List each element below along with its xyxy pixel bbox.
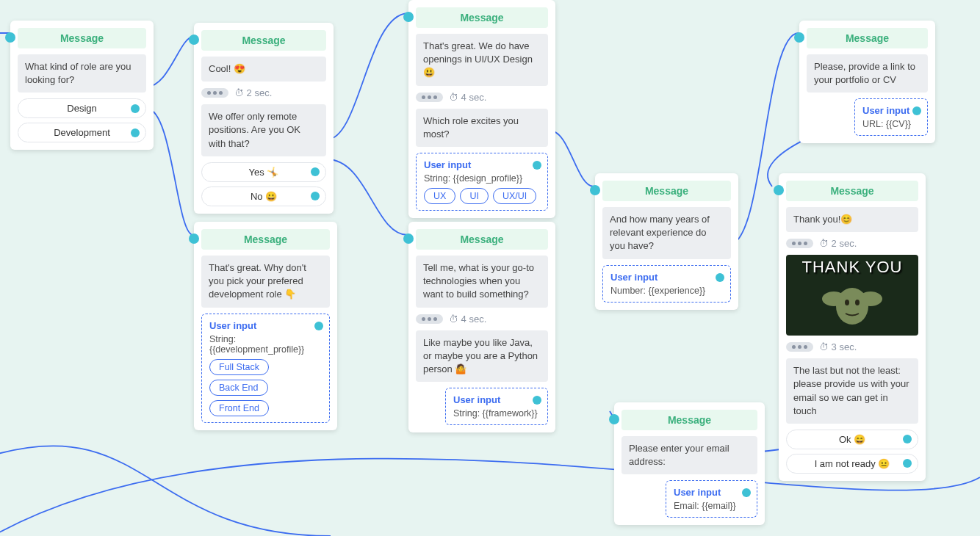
chip-frontend[interactable]: Front End bbox=[209, 400, 269, 416]
message-text: Which role excites you most? bbox=[416, 109, 548, 147]
input-port[interactable] bbox=[590, 185, 600, 195]
option-no[interactable]: No 😀 bbox=[201, 186, 326, 206]
node-design-openings[interactable]: Message That's great. We do have opening… bbox=[408, 0, 555, 218]
message-text: We offer only remote positions. Are you … bbox=[201, 104, 326, 156]
output-port[interactable] bbox=[131, 104, 140, 113]
user-input-block[interactable]: User input String: {{framework}} bbox=[445, 388, 548, 425]
message-text: Cool! 😍 bbox=[201, 57, 326, 82]
node-title: Message bbox=[201, 30, 326, 51]
message-text: Please, provide a link to your portfolio… bbox=[807, 54, 928, 93]
output-port[interactable] bbox=[311, 167, 320, 176]
thank-you-image: THANK YOU bbox=[786, 255, 918, 336]
delay-row: ⏱ 4 sec. bbox=[416, 92, 548, 103]
node-tech-stack[interactable]: Message Tell me, what is your go-to tech… bbox=[408, 222, 555, 432]
input-port[interactable] bbox=[794, 32, 804, 43]
message-text: Tell me, what is your go-to technologies… bbox=[416, 256, 548, 308]
delay-row: ⏱ 2 sec. bbox=[201, 87, 326, 98]
node-portfolio[interactable]: Message Please, provide a link to your p… bbox=[799, 21, 935, 143]
user-input-block[interactable]: User input URL: {{CV}} bbox=[854, 98, 928, 136]
node-title: Message bbox=[18, 28, 146, 48]
node-title: Message bbox=[602, 181, 731, 201]
node-title: Message bbox=[807, 28, 928, 48]
chip-fullstack[interactable]: Full Stack bbox=[209, 359, 269, 375]
message-text: Like maybe you like Java, or maybe you a… bbox=[416, 330, 548, 383]
output-port[interactable] bbox=[533, 161, 541, 170]
node-email[interactable]: Message Please enter your email address:… bbox=[614, 402, 765, 525]
message-text: And how many years of relevant experienc… bbox=[602, 207, 731, 259]
typing-indicator-icon bbox=[786, 342, 813, 352]
output-port[interactable] bbox=[912, 106, 921, 115]
typing-indicator-icon bbox=[786, 239, 813, 248]
option-not-ready[interactable]: I am not ready 😐 bbox=[786, 454, 918, 474]
svg-point-4 bbox=[855, 300, 860, 305]
node-thankyou[interactable]: Message Thank you!😊 ⏱ 2 sec. THANK YOU ⏱… bbox=[779, 173, 926, 481]
message-text: That's great. We do have openings in UI/… bbox=[416, 34, 548, 86]
user-input-block[interactable]: User input Email: {{email}} bbox=[666, 480, 757, 518]
delay-row: ⏱ 3 sec. bbox=[786, 341, 918, 352]
node-dev-role[interactable]: Message That's great. Why don't you pick… bbox=[194, 222, 337, 430]
node-title: Message bbox=[416, 7, 548, 28]
delay-row: ⏱ 2 sec. bbox=[786, 238, 918, 249]
user-input-block[interactable]: User input Number: {{experience}} bbox=[602, 265, 731, 303]
input-port[interactable] bbox=[403, 233, 414, 244]
node-role-question[interactable]: Message What kind of role are you lookin… bbox=[10, 21, 154, 150]
chip-backend[interactable]: Back End bbox=[209, 380, 268, 396]
input-port[interactable] bbox=[774, 185, 784, 195]
option-yes[interactable]: Yes 🤸 bbox=[201, 162, 326, 182]
typing-indicator-icon bbox=[416, 314, 443, 324]
message-text: The last but not the least: please provi… bbox=[786, 358, 918, 424]
option-ok[interactable]: Ok 😄 bbox=[786, 430, 918, 449]
output-port[interactable] bbox=[742, 488, 751, 497]
user-input-block[interactable]: User input String: {{development_profile… bbox=[201, 314, 330, 423]
delay-row: ⏱ 4 sec. bbox=[416, 314, 548, 325]
input-port[interactable] bbox=[5, 32, 15, 43]
node-remote-ok[interactable]: Message Cool! 😍 ⏱ 2 sec. We offer only r… bbox=[194, 23, 334, 214]
node-title: Message bbox=[621, 410, 757, 430]
input-port[interactable] bbox=[609, 414, 619, 424]
svg-point-1 bbox=[822, 291, 846, 306]
svg-point-3 bbox=[845, 300, 849, 305]
input-port[interactable] bbox=[189, 35, 199, 45]
svg-point-2 bbox=[859, 291, 882, 306]
output-port[interactable] bbox=[131, 128, 140, 137]
input-port[interactable] bbox=[189, 233, 199, 244]
node-title: Message bbox=[786, 181, 918, 201]
chip-ui[interactable]: UI bbox=[460, 188, 489, 204]
node-title: Message bbox=[416, 229, 548, 250]
message-text: What kind of role are you looking for? bbox=[18, 54, 146, 93]
message-text: Please enter your email address: bbox=[621, 436, 757, 474]
message-text: Thank you!😊 bbox=[786, 207, 918, 232]
output-port[interactable] bbox=[311, 192, 320, 200]
input-port[interactable] bbox=[403, 12, 414, 22]
output-port[interactable] bbox=[903, 459, 912, 468]
chip-uxui[interactable]: UX/UI bbox=[493, 188, 536, 204]
user-input-block[interactable]: User input String: {{design_profile}} UX… bbox=[416, 153, 548, 211]
typing-indicator-icon bbox=[201, 88, 228, 98]
option-design[interactable]: Design bbox=[18, 98, 146, 118]
output-port[interactable] bbox=[533, 396, 541, 405]
node-experience[interactable]: Message And how many years of relevant e… bbox=[595, 173, 738, 310]
typing-indicator-icon bbox=[416, 93, 443, 102]
node-title: Message bbox=[201, 229, 330, 250]
chip-ux[interactable]: UX bbox=[424, 188, 455, 204]
message-text: That's great. Why don't you pick your pr… bbox=[201, 256, 330, 308]
option-development[interactable]: Development bbox=[18, 123, 146, 142]
output-port[interactable] bbox=[716, 273, 724, 282]
output-port[interactable] bbox=[903, 435, 912, 443]
output-port[interactable] bbox=[314, 322, 323, 330]
